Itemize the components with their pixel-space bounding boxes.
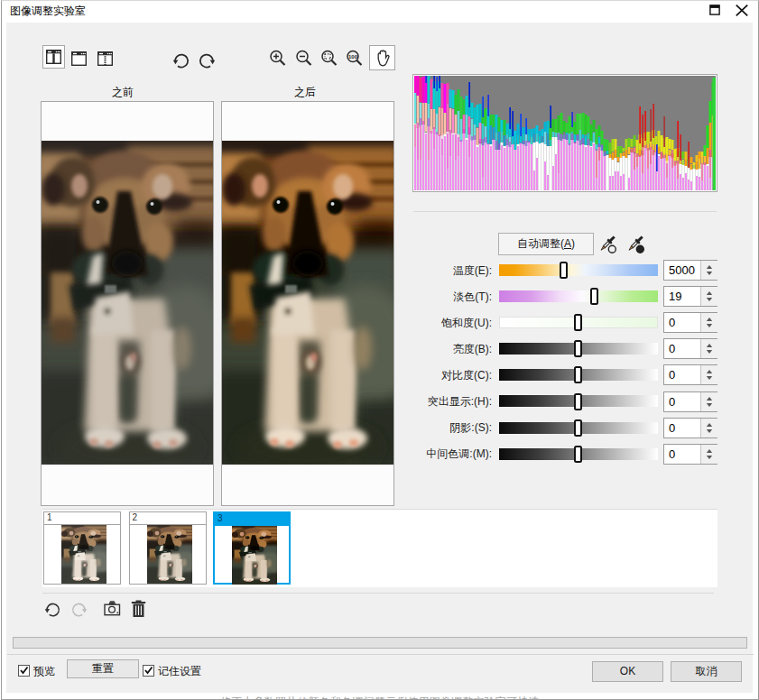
svg-text:100: 100 bbox=[348, 54, 358, 60]
